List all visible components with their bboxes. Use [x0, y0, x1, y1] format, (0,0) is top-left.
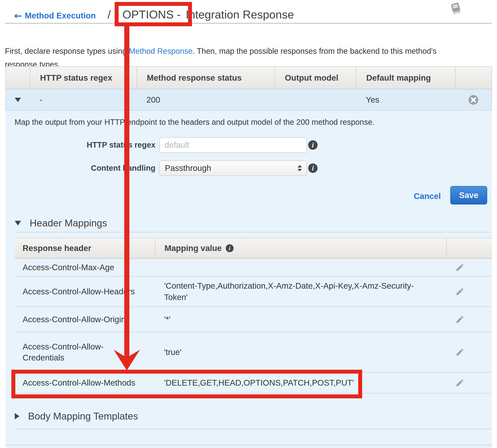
back-link-label: Method Execution: [25, 11, 96, 20]
actions-column-header: [446, 238, 492, 258]
header-mappings-table-header: Response header Mapping value i: [15, 238, 492, 259]
response-row-200[interactable]: - 200 Yes: [6, 89, 492, 111]
column-output-model: Output model: [275, 67, 356, 89]
column-http-status-regex: HTTP status regex: [30, 67, 137, 89]
annotation-arrow-line: [124, 26, 129, 358]
content-handling-select[interactable]: Passthrough: [159, 160, 307, 176]
actions-column-header: [455, 67, 492, 89]
chevron-right-icon: [15, 413, 19, 419]
response-header-name: Access-Control-Allow-Origin: [23, 314, 140, 325]
expander-column-header: [6, 67, 30, 89]
column-mapping-value: Mapping value i: [155, 238, 446, 258]
section-divider: [15, 232, 492, 232]
header-mappings-section-toggle[interactable]: Header Mappings: [15, 217, 107, 229]
save-button[interactable]: Save: [450, 186, 487, 205]
method-response-link[interactable]: Method Response: [129, 47, 192, 55]
info-icon[interactable]: i: [308, 163, 318, 173]
chevron-down-icon: [15, 221, 21, 225]
cancel-button[interactable]: Cancel: [414, 192, 441, 201]
column-default-mapping: Default mapping: [356, 67, 455, 89]
edit-mapping-icon[interactable]: [455, 378, 465, 387]
content-handling-label: Content handling: [55, 164, 156, 173]
integration-response-page: ← Method Execution /- OPTIONS -Integrati…: [0, 0, 497, 448]
mapping-value: 'Content-Type,Authorization,X-Amz-Date,X…: [164, 280, 427, 303]
breadcrumb-separator: /: [108, 8, 111, 21]
delete-response-icon[interactable]: [468, 94, 479, 105]
response-header-name: Access-Control-Max-Age: [23, 262, 140, 273]
select-stepper-icon: [298, 165, 302, 172]
body-mapping-templates-section-toggle[interactable]: Body Mapping Templates: [15, 411, 138, 422]
page-title-rest: Integration Response: [186, 8, 294, 21]
row-default-mapping: Yes: [356, 89, 455, 110]
collapse-row-icon[interactable]: [15, 98, 21, 102]
http-status-regex-input[interactable]: [159, 137, 307, 153]
body-mapping-templates-title: Body Mapping Templates: [28, 411, 138, 422]
header-mapping-row: Access-Control-Allow-Origin '*': [15, 307, 492, 332]
row-method-response-status: 200: [137, 89, 275, 110]
mapping-value: 'true': [164, 347, 427, 358]
panel-description: Map the output from your HTTP endpoint t…: [15, 118, 374, 127]
left-arrow-icon: ←: [14, 12, 22, 20]
response-header-name: Access-Control-Allow-Headers: [23, 286, 140, 297]
column-method-response-status: Method response status: [137, 67, 275, 89]
back-link-method-execution[interactable]: ← Method Execution: [14, 11, 96, 20]
edit-mapping-icon[interactable]: [455, 315, 465, 324]
info-icon[interactable]: i: [308, 140, 318, 150]
annotation-box-options: [115, 2, 192, 26]
row-http-status-regex: -: [30, 89, 137, 110]
header-divider: [5, 23, 492, 24]
edit-mapping-icon[interactable]: [455, 263, 465, 272]
integration-response-table: HTTP status regex Method response status…: [5, 66, 492, 111]
response-table-header: HTTP status regex Method response status…: [6, 67, 492, 89]
http-status-regex-label: HTTP status regex: [55, 141, 156, 149]
header-mapping-row: Access-Control-Max-Age: [15, 259, 492, 276]
column-response-header: Response header: [15, 238, 155, 258]
edit-mapping-icon[interactable]: [455, 348, 465, 357]
info-icon[interactable]: i: [226, 244, 234, 252]
edit-mapping-icon[interactable]: [455, 287, 465, 296]
bottom-divider: [5, 445, 492, 446]
header-mapping-row: Access-Control-Allow-Headers 'Content-Ty…: [15, 276, 492, 307]
section-divider: [15, 429, 492, 429]
content-handling-value: Passthrough: [165, 163, 211, 173]
header-mappings-title: Header Mappings: [30, 217, 107, 229]
row-output-model: [275, 89, 356, 110]
mapping-value: '*': [164, 314, 427, 325]
header-mapping-row: Access-Control-Allow-Credentials 'true': [15, 332, 492, 372]
documentation-book-icon[interactable]: [449, 1, 463, 15]
annotation-box-allow-methods: [11, 370, 362, 398]
